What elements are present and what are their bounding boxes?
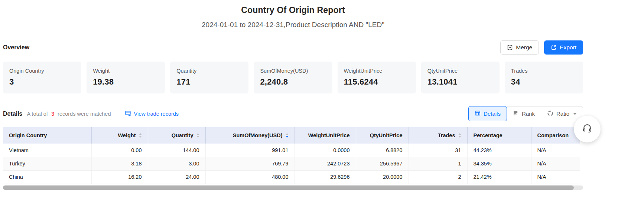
cell-trades: 1 <box>409 157 467 170</box>
horizontal-scrollbar[interactable] <box>3 185 583 190</box>
stat-value: 34 <box>511 77 577 87</box>
table-grid-icon <box>475 110 481 117</box>
overview-cards: Origin Country 3 Weight 19.38 Quantity 1… <box>3 62 583 93</box>
cell-percentage: 34.35% <box>467 157 531 170</box>
sort-carets-icon[interactable] <box>196 133 199 138</box>
cell-quantity: 24.00 <box>148 170 205 184</box>
tab-details[interactable]: Details <box>468 106 507 121</box>
tab-details-label: Details <box>484 111 501 117</box>
overview-bar: Overview Merge Export <box>3 40 583 55</box>
column-label: Origin Country <box>9 132 47 138</box>
divider <box>118 111 118 117</box>
cell-sum-of-money: 991.01 <box>205 144 295 157</box>
stat-value: 19.38 <box>93 77 159 87</box>
scrollbar-thumb[interactable] <box>3 185 574 190</box>
tab-ratio-label: Ratio <box>556 111 569 117</box>
column-header-weight[interactable]: Weight <box>91 127 148 144</box>
cell-trades: 2 <box>409 170 467 184</box>
column-label: Quantity <box>172 132 193 138</box>
tab-ratio[interactable]: Ratio <box>541 106 583 121</box>
column-header-sum-of-money[interactable]: SumOfMoney(USD) <box>205 127 295 144</box>
table-row: Turkey 3.18 3.00 769.79 242.0723 256.596… <box>3 157 580 170</box>
cell-trades: 31 <box>409 144 467 157</box>
stat-card-weight: Weight 19.38 <box>87 62 165 93</box>
cell-comparison: N/A <box>531 157 580 170</box>
stat-card-quantity: Quantity 171 <box>170 62 248 93</box>
cell-qty-unit-price: 6.8820 <box>356 144 409 157</box>
table-row: Vietnam 0.00 144.00 991.01 0.0000 6.8820… <box>3 144 580 157</box>
stat-value: 3 <box>9 77 75 87</box>
table-row: China 16.20 24.00 480.00 29.6296 20.0000… <box>3 170 580 184</box>
merge-cells-icon <box>507 45 513 50</box>
view-trade-records-link[interactable]: View trade records <box>125 110 179 118</box>
cell-percentage: 44.23% <box>467 144 531 157</box>
cell-origin-country: Turkey <box>3 157 91 170</box>
stat-label: Quantity <box>176 68 242 74</box>
report-page: Country Of Origin Report 2024-01-01 to 2… <box>0 0 586 190</box>
cell-weight: 0.00 <box>91 144 148 157</box>
stat-value: 13.1041 <box>427 77 493 87</box>
column-header-comparison: Comparison <box>531 127 580 144</box>
toolbar: Merge Export <box>500 40 583 55</box>
column-header-percentage: Percentage <box>467 127 531 144</box>
match-count: 3 <box>51 111 54 117</box>
external-link-icon <box>551 45 557 50</box>
cell-percentage: 21.42% <box>467 170 531 184</box>
cell-qty-unit-price: 256.5967 <box>356 157 409 170</box>
export-button-label: Export <box>560 44 576 51</box>
cell-weight-unit-price: 0.0000 <box>295 144 356 157</box>
details-heading: Details <box>3 111 22 117</box>
summary-prefix: A total of <box>27 111 48 117</box>
table-body: Vietnam 0.00 144.00 991.01 0.0000 6.8820… <box>3 144 580 184</box>
stat-value: 115.6244 <box>344 77 410 87</box>
view-trade-records-label: View trade records <box>134 111 179 117</box>
stat-card-qty-unit-price: QtyUnitPrice 13.1041 <box>421 62 500 93</box>
stat-label: Origin Country <box>9 68 75 74</box>
sort-carets-icon[interactable] <box>139 133 142 138</box>
stat-label: WeightUnitPrice <box>344 68 410 74</box>
tab-rank[interactable]: Rank <box>507 106 541 121</box>
caret-down-icon <box>573 113 577 115</box>
stat-value: 171 <box>176 77 242 87</box>
details-bar: Details A total of 3 records were matche… <box>3 106 583 121</box>
cell-quantity: 144.00 <box>148 144 205 157</box>
column-label: Percentage <box>474 132 502 138</box>
rank-bars-icon <box>513 110 519 117</box>
cell-weight: 3.18 <box>91 157 148 170</box>
column-header-quantity[interactable]: Quantity <box>148 127 205 144</box>
summary-suffix: records were matched <box>58 111 111 117</box>
overview-heading: Overview <box>3 44 29 51</box>
cell-comparison: N/A <box>531 144 580 157</box>
export-button[interactable]: Export <box>544 40 583 55</box>
column-header-origin-country: Origin Country <box>3 127 91 144</box>
match-summary: A total of 3 records were matched <box>27 111 111 117</box>
column-label: SumOfMoney(USD) <box>233 132 283 138</box>
stat-label: SumOfMoney(USD) <box>260 68 326 74</box>
cell-comparison: N/A <box>531 170 580 184</box>
stat-card-origin-country: Origin Country 3 <box>3 62 81 93</box>
cell-weight-unit-price: 29.6296 <box>295 170 356 184</box>
column-header-qty-unit-price: QtyUnitPrice <box>356 127 409 144</box>
cell-sum-of-money: 769.79 <box>205 157 295 170</box>
page-subtitle: 2024-01-01 to 2024-12-31,Product Descrip… <box>3 21 583 29</box>
sort-carets-icon[interactable] <box>286 133 289 138</box>
stat-card-weight-unit-price: WeightUnitPrice 115.6244 <box>338 62 416 93</box>
stat-label: Weight <box>93 68 159 74</box>
cell-sum-of-money: 480.00 <box>205 170 295 184</box>
tab-rank-label: Rank <box>522 111 535 117</box>
column-label: Weight <box>118 132 136 138</box>
customer-service-button[interactable] <box>574 116 601 142</box>
merge-button-label: Merge <box>516 44 532 51</box>
details-table: Origin Country Weight Quantity SumOfMone… <box>3 127 580 184</box>
column-label: Comparison <box>537 132 569 138</box>
merge-button[interactable]: Merge <box>500 40 539 55</box>
stat-card-sum-of-money: SumOfMoney(USD) 2,240.8 <box>254 62 332 93</box>
cell-weight: 16.20 <box>91 170 148 184</box>
stat-card-trades: Trades 34 <box>505 62 583 93</box>
table-header: Origin Country Weight Quantity SumOfMone… <box>3 127 580 144</box>
sort-carets-icon[interactable] <box>458 133 461 138</box>
column-header-trades[interactable]: Trades <box>409 127 467 144</box>
view-switcher: Details Rank Ratio <box>468 106 583 121</box>
stat-label: QtyUnitPrice <box>427 68 493 74</box>
page-title: Country Of Origin Report <box>3 5 583 15</box>
